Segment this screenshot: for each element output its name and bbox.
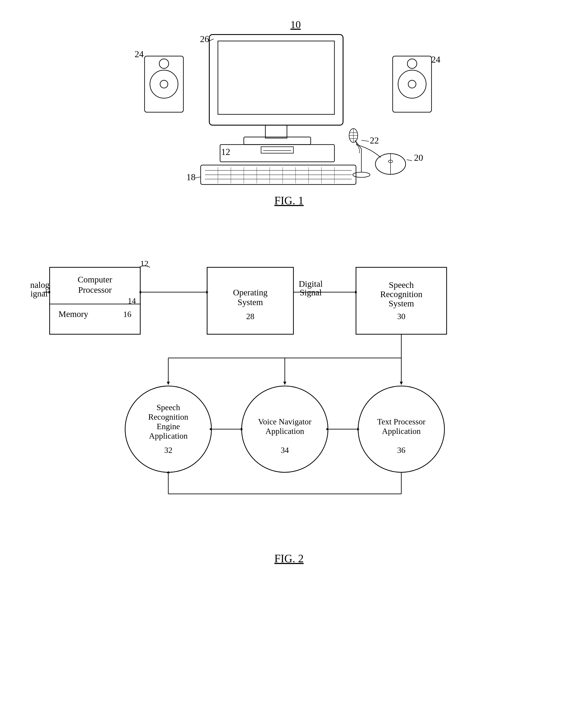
- svg-point-7: [408, 59, 417, 69]
- fig2-caption: FIG. 2: [274, 552, 304, 565]
- fig2-os-label2: System: [238, 297, 263, 307]
- fig1-label-18: 18: [186, 172, 195, 182]
- svg-rect-0: [144, 56, 183, 112]
- fig1-label-26: 26: [200, 34, 209, 44]
- svg-line-12: [209, 39, 214, 41]
- fig2-srea-num: 32: [164, 446, 173, 454]
- svg-point-2: [160, 80, 168, 88]
- fig1-drawing: 10 24 24: [127, 17, 451, 190]
- fig1-label-24b: 24: [431, 55, 440, 64]
- fig2-section: 12 Computer Processor 14 Memory 16 Analo…: [26, 224, 552, 565]
- fig1-caption: FIG. 1: [274, 194, 304, 207]
- fig1-section: 10 24 24: [26, 17, 552, 207]
- fig2-vna-num: 34: [281, 446, 289, 454]
- svg-line-30: [194, 177, 201, 178]
- svg-line-34: [407, 160, 412, 161]
- svg-rect-10: [265, 125, 287, 138]
- fig2-srs-label2: Recognition: [380, 289, 422, 299]
- svg-rect-9: [218, 41, 335, 114]
- fig2-tpa-label2: Application: [382, 426, 420, 436]
- fig2-memory-num: 16: [123, 310, 131, 319]
- fig2-srs-label3: System: [389, 298, 414, 308]
- fig2-os-num: 28: [246, 312, 254, 321]
- fig2-analog-signal-label: Analog: [30, 280, 49, 290]
- svg-point-35: [353, 172, 370, 177]
- fig1-top-label: 10: [290, 19, 301, 30]
- fig2-computer-box-num: 12: [140, 259, 149, 268]
- svg-rect-8: [209, 34, 343, 125]
- fig2-computer-processor-label2: Processor: [78, 285, 112, 295]
- fig2-vna-label2: Application: [265, 426, 304, 436]
- fig1-label-22: 22: [370, 135, 379, 146]
- fig2-os-label: Operating: [233, 288, 267, 297]
- svg-marker-70: [326, 428, 328, 431]
- fig1-label-20: 20: [414, 153, 423, 163]
- svg-point-6: [408, 80, 416, 88]
- page: 10 24 24: [0, 0, 578, 728]
- svg-point-3: [159, 59, 169, 69]
- fig2-srea-label4: Application: [149, 431, 187, 440]
- svg-marker-67: [209, 428, 211, 431]
- fig2-memory-label: Memory: [58, 309, 88, 319]
- fig2-srs-label: Speech: [389, 280, 414, 290]
- fig1-label-12: 12: [221, 147, 230, 157]
- fig1-label-24a: 24: [135, 49, 144, 59]
- fig2-analog-signal-label2: Signal: [30, 289, 48, 298]
- svg-marker-60: [283, 382, 286, 385]
- svg-point-5: [398, 70, 426, 98]
- svg-line-43: [361, 140, 369, 141]
- fig2-tpa-label1: Text Processor: [377, 417, 425, 426]
- fig2-drawing: 12 Computer Processor 14 Memory 16 Analo…: [30, 224, 548, 548]
- fig2-processor-num: 14: [128, 296, 136, 305]
- svg-rect-4: [393, 56, 431, 112]
- fig2-srea-label3: Engine: [157, 422, 180, 431]
- fig2-srea-label1: Speech: [156, 403, 180, 412]
- svg-marker-62: [400, 382, 403, 385]
- fig2-tpa-num: 36: [397, 446, 405, 454]
- fig2-srs-num: 30: [397, 312, 405, 321]
- fig2-computer-processor-label: Computer: [78, 275, 112, 284]
- fig2-vna-label1: Voice Navigator: [258, 417, 312, 426]
- svg-rect-14: [261, 147, 293, 153]
- svg-point-1: [150, 70, 178, 98]
- fig2-digital-signal-label: Digital: [298, 279, 322, 289]
- fig2-srea-label2: Recognition: [148, 412, 188, 421]
- svg-marker-58: [167, 382, 170, 385]
